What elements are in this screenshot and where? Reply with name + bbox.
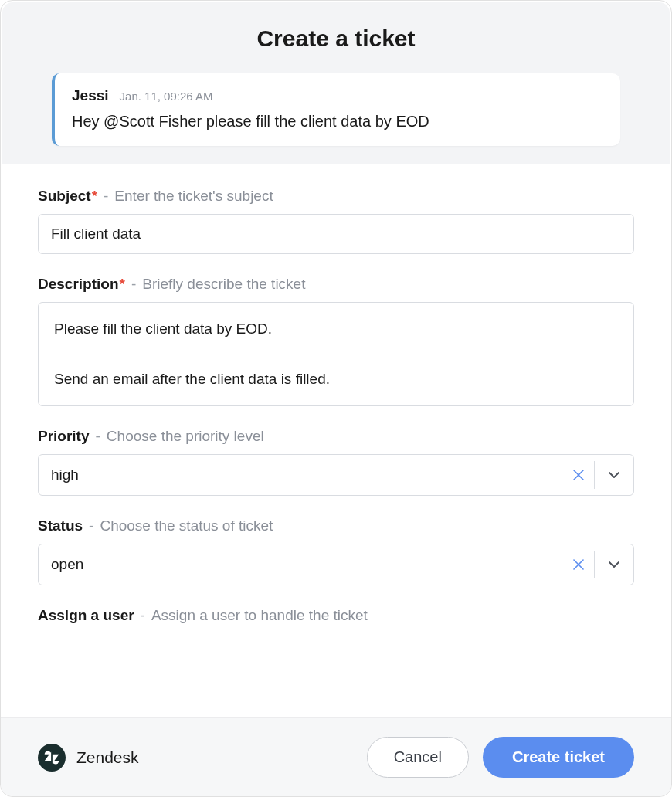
page-title: Create a ticket	[21, 25, 651, 52]
description-hint: Briefly describe the ticket	[142, 276, 305, 293]
description-input[interactable]: Please fill the client data by EOD. Send…	[38, 302, 634, 406]
status-select[interactable]: open	[38, 544, 634, 585]
subject-input[interactable]	[38, 214, 634, 254]
close-icon	[573, 559, 584, 570]
footer-brand: Zendesk	[38, 744, 367, 772]
header-section: Create a ticket Jessi Jan. 11, 09:26 AM …	[2, 2, 670, 164]
status-label: Status	[38, 517, 83, 534]
message-body: Hey @Scott Fisher please fill the client…	[72, 110, 603, 132]
zendesk-icon	[38, 744, 66, 772]
required-star: *	[120, 276, 125, 292]
hint-separator: -	[141, 607, 145, 624]
footer-actions: Cancel Create ticket	[367, 737, 634, 778]
subject-label: Subject*	[38, 188, 97, 205]
hint-separator: -	[104, 188, 108, 205]
priority-value[interactable]: high	[39, 455, 563, 495]
subject-hint: Enter the ticket's subject	[114, 188, 273, 205]
chevron-down-icon	[607, 468, 621, 482]
status-clear-button[interactable]	[563, 544, 594, 585]
assign-label-row: Assign a user - Assign a user to handle …	[38, 607, 634, 624]
brand-label: Zendesk	[76, 748, 139, 767]
priority-group: Priority - Choose the priority level hig…	[38, 428, 634, 496]
status-hint: Choose the status of ticket	[100, 517, 273, 534]
status-group: Status - Choose the status of ticket ope…	[38, 517, 634, 585]
assign-group: Assign a user - Assign a user to handle …	[38, 607, 634, 624]
priority-hint: Choose the priority level	[107, 428, 264, 445]
priority-select[interactable]: high	[38, 454, 634, 496]
assign-label: Assign a user	[38, 607, 134, 624]
subject-group: Subject* - Enter the ticket's subject	[38, 188, 634, 254]
priority-dropdown-toggle[interactable]	[595, 455, 633, 495]
status-label-row: Status - Choose the status of ticket	[38, 517, 634, 534]
hint-separator: -	[89, 517, 93, 534]
create-ticket-modal: Create a ticket Jessi Jan. 11, 09:26 AM …	[0, 0, 672, 797]
priority-clear-button[interactable]	[563, 455, 594, 495]
status-value[interactable]: open	[39, 544, 563, 585]
message-timestamp: Jan. 11, 09:26 AM	[120, 90, 213, 103]
message-author: Jessi	[72, 87, 109, 104]
required-star: *	[92, 188, 97, 204]
create-ticket-button[interactable]: Create ticket	[483, 737, 634, 778]
source-message-card: Jessi Jan. 11, 09:26 AM Hey @Scott Fishe…	[52, 73, 620, 146]
description-label: Description*	[38, 276, 125, 293]
cancel-button[interactable]: Cancel	[367, 737, 469, 778]
description-group: Description* - Briefly describe the tick…	[38, 276, 634, 406]
chevron-down-icon	[607, 558, 621, 571]
close-icon	[573, 470, 584, 480]
hint-separator: -	[131, 276, 136, 293]
priority-label-row: Priority - Choose the priority level	[38, 428, 634, 445]
footer: Zendesk Cancel Create ticket	[1, 717, 671, 796]
message-header: Jessi Jan. 11, 09:26 AM	[72, 87, 603, 104]
subject-label-row: Subject* - Enter the ticket's subject	[38, 188, 634, 205]
status-dropdown-toggle[interactable]	[595, 544, 633, 585]
hint-separator: -	[96, 428, 100, 445]
zendesk-logo-icon	[43, 749, 60, 766]
priority-label: Priority	[38, 428, 90, 445]
form-section: Subject* - Enter the ticket's subject De…	[1, 164, 671, 796]
description-label-row: Description* - Briefly describe the tick…	[38, 276, 634, 293]
assign-hint: Assign a user to handle the ticket	[151, 607, 368, 624]
